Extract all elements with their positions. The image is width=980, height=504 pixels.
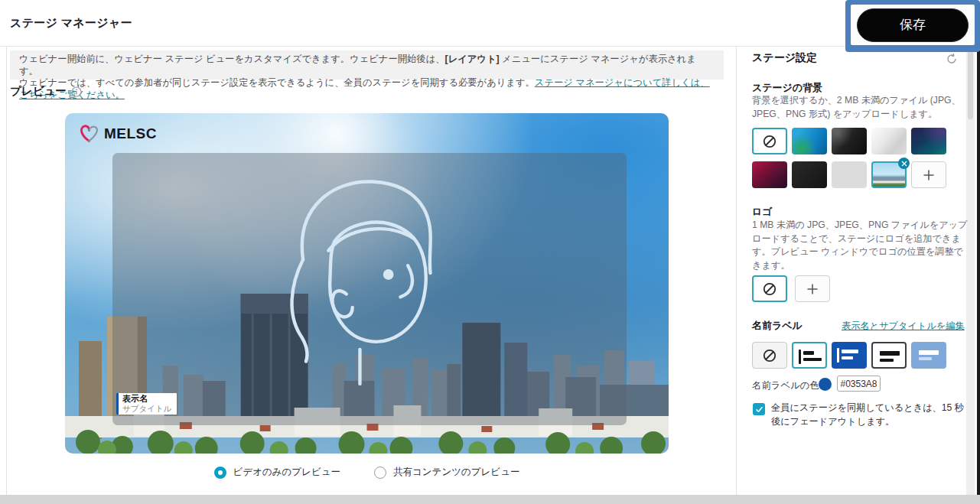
melsc-heart-icon — [79, 123, 99, 144]
name-label-style-blue-filled[interactable] — [832, 342, 867, 369]
window-right-edge — [977, 50, 980, 504]
preview-heading: プレビュー — [10, 84, 82, 99]
bg-option-add-custom[interactable] — [911, 161, 946, 188]
banner-line1: ウェビナー開始前に、ウェビナー ステージ ビューをカスタマイズできます。ウェビナ… — [19, 54, 715, 77]
panel-left-border — [6, 47, 7, 495]
stage-preview: MELSC 表示名 サブタイトル — [65, 113, 669, 454]
scrollbar-thumb[interactable] — [968, 50, 973, 119]
name-label-style-light-bold[interactable] — [871, 342, 907, 369]
refresh-icon[interactable] — [945, 52, 959, 66]
name-label-color-label: 名前ラベルの色: — [752, 379, 822, 392]
stage-settings-title: ステージ設定 — [752, 51, 817, 65]
sync-fade-checkbox[interactable] — [753, 403, 765, 415]
preview-name-label[interactable]: 表示名 サブタイトル — [116, 393, 177, 415]
bg-option-silver-gradient[interactable] — [871, 128, 907, 154]
radio-shared-content-preview[interactable]: 共有コンテンツのプレビュー — [374, 466, 519, 479]
banner-layout-menu-ref: [レイアウト] — [445, 54, 500, 64]
name-label-color-swatch[interactable] — [819, 378, 832, 391]
melsc-logo: MELSC — [79, 123, 157, 144]
logo-option-add-custom[interactable] — [795, 275, 830, 302]
background-heading: ステージの背景 — [752, 81, 822, 95]
bg-option-city-photo-selected[interactable] — [871, 161, 907, 188]
panel-divider — [736, 47, 737, 495]
save-button-highlight-box: 保存 — [845, 0, 980, 52]
none-icon — [762, 348, 777, 363]
style-bars — [878, 350, 900, 361]
logo-option-none[interactable] — [752, 275, 787, 302]
style-bars — [917, 348, 941, 363]
name-label-style-blue-translucent[interactable] — [911, 342, 946, 369]
none-icon — [762, 281, 777, 297]
radio-video-only-preview[interactable]: ビデオのみのプレビュー — [214, 466, 340, 479]
logo-heading: ロゴ — [752, 205, 773, 219]
name-label-heading: 名前ラベル — [752, 319, 803, 333]
window-bottom-edge — [0, 495, 980, 504]
logo-description: 1 MB 未満の JPG、JPEG、PNG ファイルをアップロードすることで、ス… — [752, 219, 969, 272]
info-icon[interactable] — [71, 86, 82, 97]
bg-option-black[interactable] — [792, 161, 827, 188]
close-icon — [901, 161, 907, 167]
top-bar: ステージ マネージャー — [0, 0, 980, 47]
name-label-style-light-left-accent-selected[interactable] — [792, 342, 827, 369]
avatar-face-placeholder — [276, 160, 456, 385]
plus-icon — [923, 169, 935, 181]
preview-mode-radio-group: ビデオのみのプレビュー 共有コンテンツのプレビュー — [65, 466, 669, 479]
save-button[interactable]: 保存 — [857, 8, 969, 42]
sync-fade-label: 全員にステージを同期しているときは、15 秒後にフェードアウトします。 — [771, 402, 972, 428]
edit-display-name-link[interactable]: 表示名とサブタイトルを編集 — [842, 320, 965, 333]
bg-option-dark-gradient[interactable] — [832, 128, 867, 154]
name-label-color-value[interactable]: #0353A8 — [837, 376, 881, 392]
bg-option-light-gray[interactable] — [832, 161, 867, 188]
display-name-text: 表示名 — [122, 394, 171, 404]
info-banner: ウェビナー開始前に、ウェビナー ステージ ビューをカスタマイズできます。ウェビナ… — [10, 50, 724, 80]
background-description: 背景を選択するか、2 MB 未満のファイル (JPG、JPEG、PNG 形式) … — [752, 94, 966, 121]
style-bars — [837, 348, 861, 363]
banner-line2: ウェビナーでは、すべての参加者が同じステージ設定を表示できるように、全員のステー… — [19, 77, 715, 101]
name-label-style-none[interactable] — [752, 342, 787, 369]
radio-selected-icon[interactable] — [214, 467, 226, 479]
video-area-overlay — [112, 153, 627, 425]
subtitle-text: サブタイトル — [122, 404, 171, 413]
remove-background-button[interactable] — [898, 158, 910, 169]
bg-option-ocean-gradient[interactable] — [792, 128, 827, 154]
style-bars — [799, 350, 820, 361]
check-icon — [755, 405, 763, 414]
none-icon — [762, 134, 777, 149]
bg-option-none[interactable] — [752, 128, 787, 154]
radio-unselected-icon[interactable] — [374, 467, 386, 479]
bg-option-maroon-gradient[interactable] — [752, 161, 787, 188]
plus-icon — [806, 283, 819, 295]
melsc-logo-text: MELSC — [104, 125, 157, 142]
bg-option-navy-teal-gradient[interactable] — [911, 128, 946, 154]
page-title: ステージ マネージャー — [10, 16, 132, 31]
save-button-area: 保存 — [851, 5, 975, 45]
